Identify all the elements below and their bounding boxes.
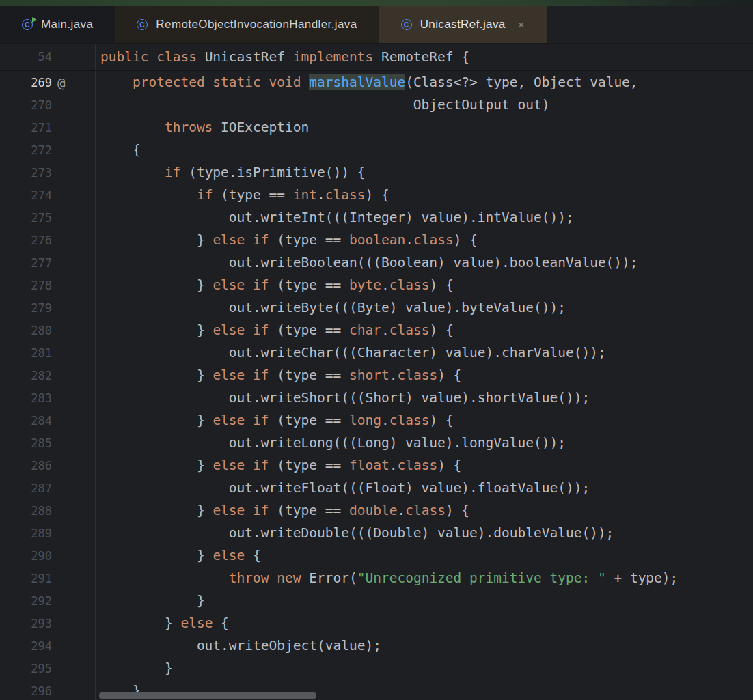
code-line[interactable]: 277 out.writeBoolean(((Boolean) value).b…	[0, 251, 753, 274]
gutter[interactable]: 284	[0, 409, 96, 432]
line-number[interactable]: 283	[31, 391, 52, 405]
code-line-text[interactable]: }	[96, 657, 753, 680]
line-number[interactable]: 293	[31, 617, 52, 630]
gutter[interactable]: 280	[0, 319, 96, 341]
line-number[interactable]: 274	[31, 188, 52, 202]
code-line-text[interactable]: throws IOException	[96, 116, 753, 139]
code-line[interactable]: 288 } else if (type == double.class) {	[0, 499, 753, 522]
code-line-text[interactable]: out.writeBoolean(((Boolean) value).boole…	[96, 251, 753, 274]
gutter[interactable]: 281	[0, 341, 96, 364]
code-line[interactable]: 290 } else {	[0, 544, 753, 567]
line-number[interactable]: 277	[31, 256, 52, 270]
code-line-text[interactable]: protected static void marshalValue(Class…	[96, 71, 753, 94]
line-number[interactable]: 294	[31, 639, 52, 653]
code-line[interactable]: 278 } else if (type == byte.class) {	[0, 274, 753, 296]
line-number[interactable]: 290	[31, 549, 52, 563]
method-declaration-highlight[interactable]: marshalValue	[309, 74, 405, 90]
code-line-text[interactable]: } else {	[96, 544, 753, 567]
code-line-text[interactable]: out.writeLong(((Long) value).longValue()…	[96, 432, 753, 454]
line-number[interactable]: 288	[31, 504, 52, 518]
code-line-text[interactable]: if (type == int.class) {	[96, 184, 753, 206]
code-line-text[interactable]: } else {	[96, 612, 753, 634]
gutter[interactable]: 292	[0, 589, 96, 612]
code-line[interactable]: 275 out.writeInt(((Integer) value).intVa…	[0, 206, 753, 229]
annotation-gutter-icon[interactable]: @	[57, 75, 65, 90]
code-line[interactable]: 280 } else if (type == char.class) {	[0, 319, 753, 341]
code-line-text[interactable]: } else if (type == short.class) {	[96, 364, 753, 387]
code-line-text[interactable]: ObjectOutput out)	[96, 94, 753, 116]
tab-main-java[interactable]: CMain.java	[0, 6, 115, 43]
tab-remoteobjectinvocationhandler-java[interactable]: CRemoteObjectInvocationHandler.java	[115, 6, 379, 43]
line-number[interactable]: 272	[31, 143, 52, 157]
gutter[interactable]: 278	[0, 274, 96, 296]
code-line-text[interactable]: out.writeInt(((Integer) value).intValue(…	[96, 206, 753, 229]
line-number[interactable]: 278	[31, 279, 52, 292]
gutter[interactable]: 288	[0, 499, 96, 522]
code-line[interactable]: 273 if (type.isPrimitive()) {	[0, 161, 753, 184]
code-line-text[interactable]: out.writeShort(((Short) value).shortValu…	[96, 387, 753, 409]
line-number[interactable]: 273	[31, 166, 52, 180]
gutter[interactable]: 285	[0, 432, 96, 454]
code-editor[interactable]: 54public class UnicastRef implements Rem…	[0, 44, 753, 700]
line-number[interactable]: 271	[31, 121, 52, 135]
code-line[interactable]: 284 } else if (type == long.class) {	[0, 409, 753, 432]
gutter[interactable]: 282	[0, 364, 96, 387]
code-line-text[interactable]: } else if (type == double.class) {	[96, 499, 753, 522]
line-number[interactable]: 295	[31, 662, 52, 675]
gutter[interactable]: 269@	[0, 71, 96, 94]
code-line[interactable]: 294 out.writeObject(value);	[0, 634, 753, 657]
line-number[interactable]: 281	[31, 346, 52, 360]
line-number[interactable]: 286	[31, 459, 52, 473]
line-number[interactable]: 270	[31, 98, 52, 112]
gutter[interactable]: 54	[0, 44, 96, 70]
gutter[interactable]: 275	[0, 206, 96, 229]
gutter[interactable]: 295	[0, 657, 96, 680]
code-line-text[interactable]: out.writeFloat(((Float) value).floatValu…	[96, 477, 753, 499]
horizontal-scrollbar-thumb[interactable]	[99, 692, 316, 699]
gutter[interactable]: 279	[0, 296, 96, 319]
gutter[interactable]: 291	[0, 567, 96, 589]
close-icon[interactable]: ×	[518, 19, 525, 31]
sticky-header-line[interactable]: 54public class UnicastRef implements Rem…	[0, 44, 753, 71]
code-line-text[interactable]: out.writeObject(value);	[96, 634, 753, 657]
line-number[interactable]: 279	[31, 301, 52, 315]
code-line[interactable]: 291 throw new Error("Unrecognized primit…	[0, 567, 753, 589]
code-line[interactable]: 274 if (type == int.class) {	[0, 184, 753, 206]
code-line-text[interactable]: if (type.isPrimitive()) {	[96, 161, 753, 184]
line-number[interactable]: 292	[31, 594, 52, 608]
code-line-text[interactable]: {	[96, 139, 753, 161]
line-number[interactable]: 285	[31, 436, 52, 450]
gutter[interactable]: 270	[0, 94, 96, 116]
gutter[interactable]: 276	[0, 229, 96, 251]
code-line[interactable]: 287 out.writeFloat(((Float) value).float…	[0, 477, 753, 499]
gutter[interactable]: 272	[0, 139, 96, 161]
line-number[interactable]: 289	[31, 527, 52, 540]
code-line-text[interactable]: }	[96, 589, 753, 612]
code-line[interactable]: 271 throws IOException	[0, 116, 753, 139]
gutter[interactable]: 286	[0, 454, 96, 477]
gutter[interactable]: 290	[0, 544, 96, 567]
gutter[interactable]: 274	[0, 184, 96, 206]
code-line-text[interactable]: } else if (type == char.class) {	[96, 319, 753, 341]
gutter[interactable]: 287	[0, 477, 96, 499]
code-line[interactable]: 289 out.writeDouble(((Double) value).dou…	[0, 522, 753, 544]
code-line-text[interactable]: throw new Error("Unrecognized primitive …	[96, 567, 753, 589]
line-number[interactable]: 280	[31, 324, 52, 337]
code-line[interactable]: 272 {	[0, 139, 753, 161]
line-number[interactable]: 276	[31, 234, 52, 247]
code-line[interactable]: 276 } else if (type == boolean.class) {	[0, 229, 753, 251]
gutter[interactable]: 273	[0, 161, 96, 184]
code-line[interactable]: 293 } else {	[0, 612, 753, 634]
code-line[interactable]: 270 ObjectOutput out)	[0, 94, 753, 116]
line-number[interactable]: 282	[31, 369, 52, 382]
tab-unicastref-java[interactable]: CUnicastRef.java×	[379, 6, 547, 43]
gutter[interactable]: 296	[0, 680, 96, 700]
code-line-text[interactable]: out.writeChar(((Character) value).charVa…	[96, 341, 753, 364]
code-line[interactable]: 282 } else if (type == short.class) {	[0, 364, 753, 387]
line-number[interactable]: 275	[31, 211, 52, 225]
line-number[interactable]: 284	[31, 414, 52, 428]
code-line[interactable]: 269@ protected static void marshalValue(…	[0, 71, 753, 94]
code-line-text[interactable]: out.writeDouble(((Double) value).doubleV…	[96, 522, 753, 544]
code-line[interactable]: 279 out.writeByte(((Byte) value).byteVal…	[0, 296, 753, 319]
gutter[interactable]: 271	[0, 116, 96, 139]
